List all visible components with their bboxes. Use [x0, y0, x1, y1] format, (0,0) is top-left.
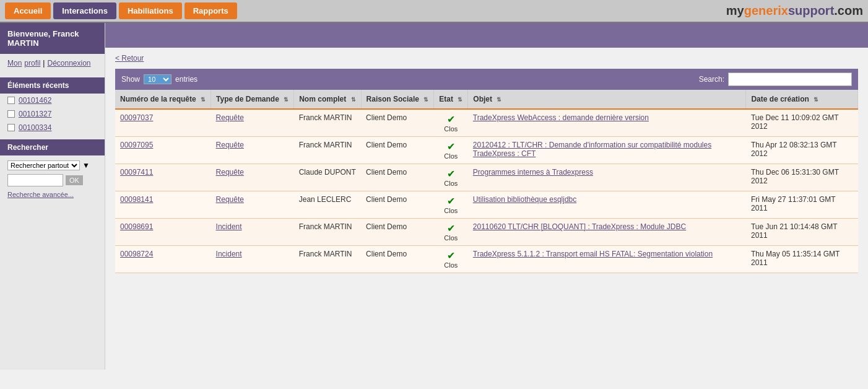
col-nom-label: Nom complet [299, 95, 346, 103]
cell-numero: 00098691 [115, 219, 211, 246]
sidebar-item-00101462: 00101462 [0, 94, 105, 107]
welcome-name: MARTIN [7, 38, 97, 48]
cell-etat: ✔Clos [434, 219, 468, 246]
link-type[interactable]: Incident [216, 250, 242, 258]
link-objet[interactable]: TradeXpress 5.1.1.2 : Transport email HS… [473, 250, 713, 258]
sidebar-mon-link[interactable]: Mon [7, 59, 22, 68]
cell-date: Thu May 05 11:35:14 GMT 2011 [746, 246, 858, 273]
clos-label: Clos [439, 152, 463, 160]
col-etat: Etat ⇅ [434, 90, 468, 109]
sidebar-search-input[interactable] [7, 174, 63, 186]
cell-date: Thu Apr 12 08:32:13 GMT 2012 [746, 137, 858, 164]
link-objet[interactable]: 20110620 TLT/CHR [BLOQUANT] : TradeXpres… [473, 222, 686, 231]
sidebar: Bienvenue, Franck MARTIN Mon profil | Dé… [0, 23, 105, 370]
back-link[interactable]: < Retour [115, 54, 858, 63]
col-objet: Objet ⇅ [468, 90, 746, 109]
cell-type: Requête [211, 109, 294, 137]
layout: Bienvenue, Franck MARTIN Mon profil | Dé… [0, 23, 868, 370]
col-type-label: Type de Demande [216, 95, 279, 103]
table-search-area: Search: [699, 72, 852, 86]
sort-icon-etat[interactable]: ⇅ [458, 97, 462, 103]
cell-date: Tue Dec 11 10:09:02 GMT 2012 [746, 109, 858, 137]
sort-icon-numero[interactable]: ⇅ [201, 97, 206, 103]
link-objet[interactable]: Programmes internes à Tradexpress [473, 168, 593, 177]
clos-label: Clos [439, 234, 463, 242]
cell-nom: Jean LECLERC [294, 191, 361, 219]
cell-raison: Client Demo [361, 109, 434, 137]
link-objet[interactable]: TradeXpress WebAccess : demande dernière… [473, 113, 649, 122]
cell-objet: 20110620 TLT/CHR [BLOQUANT] : TradeXpres… [468, 219, 746, 246]
table-search-input[interactable] [728, 72, 852, 86]
cell-raison: Client Demo [361, 246, 434, 273]
link-numero[interactable]: 00097037 [120, 113, 153, 122]
link-type[interactable]: Requête [216, 141, 244, 149]
sort-icon-objet[interactable]: ⇅ [497, 97, 501, 103]
status-icon: ✔ [439, 141, 463, 152]
sidebar-profile-links: Mon profil | Déconnexion [0, 54, 105, 72]
link-numero[interactable]: 00097411 [120, 168, 153, 177]
sidebar-adv-search: Recherche avancée... [7, 190, 97, 199]
main-body: < Retour Show 10 25 50 100 entries Searc… [105, 48, 868, 279]
clos-label: Clos [439, 207, 463, 214]
sidebar-link-00101462[interactable]: 00101462 [19, 96, 51, 105]
nav-accueil[interactable]: Accueil [5, 2, 51, 19]
table-body: 00097037RequêteFranck MARTINClient Demo✔… [115, 109, 858, 273]
sort-icon-type[interactable]: ⇅ [284, 97, 289, 103]
cell-nom: Franck MARTIN [294, 137, 361, 164]
link-numero[interactable]: 00098691 [120, 222, 153, 231]
col-date-label: Date de création [751, 95, 809, 103]
show-entries: Show 10 25 50 100 entries [121, 74, 197, 84]
logo-generix: generix [744, 4, 788, 17]
link-objet[interactable]: Utilisation bibliothèque esqljdbc [473, 195, 576, 204]
sidebar-search-row: OK [7, 174, 97, 186]
sidebar-deconnexion-link[interactable]: Déconnexion [47, 59, 90, 68]
link-type[interactable]: Incident [216, 222, 242, 231]
sidebar-item-00101327: 00101327 [0, 107, 105, 121]
cell-type: Incident [211, 246, 294, 273]
table-row: 00098691IncidentFranck MARTINClient Demo… [115, 219, 858, 246]
col-numero: Numéro de la requête ⇅ [115, 90, 211, 109]
clos-label: Clos [439, 180, 463, 187]
table-row: 00097095RequêteFranck MARTINClient Demo✔… [115, 137, 858, 164]
cell-objet: Utilisation bibliothèque esqljdbc [468, 191, 746, 219]
checkbox-icon-2 [7, 110, 15, 118]
clos-label: Clos [439, 261, 463, 269]
table-row: 00097037RequêteFranck MARTINClient Demo✔… [115, 109, 858, 137]
link-numero[interactable]: 00098141 [120, 195, 153, 204]
sidebar-search-area: Rechercher partout ▼ OK Recherche avancé… [0, 155, 105, 204]
sort-icon-nom[interactable]: ⇅ [351, 97, 356, 103]
col-objet-label: Objet [473, 95, 492, 103]
link-type[interactable]: Requête [216, 168, 244, 177]
link-numero[interactable]: 00098724 [120, 250, 153, 258]
sort-icon-raison[interactable]: ⇅ [423, 97, 428, 103]
sidebar-ok-button[interactable]: OK [66, 175, 83, 185]
link-objet[interactable]: 20120412 : TLT/CHR : Demande d'informati… [473, 141, 711, 158]
checkbox-icon-3 [7, 124, 15, 131]
link-type[interactable]: Requête [216, 113, 244, 122]
col-nom: Nom complet ⇅ [294, 90, 361, 109]
sort-icon-date[interactable]: ⇅ [814, 97, 818, 103]
cell-numero: 00097037 [115, 109, 211, 137]
entries-select[interactable]: 10 25 50 100 [144, 74, 171, 84]
cell-date: Thu Dec 06 15:31:30 GMT 2012 [746, 164, 858, 191]
status-icon: ✔ [439, 195, 463, 207]
sidebar-rechercher-title: Rechercher [0, 139, 105, 155]
show-label: Show [121, 75, 140, 84]
sidebar-adv-search-link[interactable]: Recherche avancée... [7, 191, 74, 198]
nav-rapports[interactable]: Rapports [184, 2, 237, 19]
cell-nom: Franck MARTIN [294, 219, 361, 246]
cell-etat: ✔Clos [434, 137, 468, 164]
nav-habiliations[interactable]: Habiliations [119, 2, 182, 19]
table-row: 00098141RequêteJean LECLERCClient Demo✔C… [115, 191, 858, 219]
cell-objet: TradeXpress 5.1.1.2 : Transport email HS… [468, 246, 746, 273]
link-type[interactable]: Requête [216, 195, 244, 204]
cell-raison: Client Demo [361, 137, 434, 164]
sidebar-search-select[interactable]: Rechercher partout [7, 160, 80, 170]
sidebar-link-00101327[interactable]: 00101327 [19, 110, 51, 118]
table-controls: Show 10 25 50 100 entries Search: [115, 69, 858, 90]
sidebar-profil-link[interactable]: profil [24, 59, 40, 68]
nav-interactions[interactable]: Interactions [53, 2, 116, 19]
link-numero[interactable]: 00097095 [120, 141, 153, 149]
cell-type: Requête [211, 164, 294, 191]
sidebar-link-00100334[interactable]: 00100334 [19, 123, 51, 132]
